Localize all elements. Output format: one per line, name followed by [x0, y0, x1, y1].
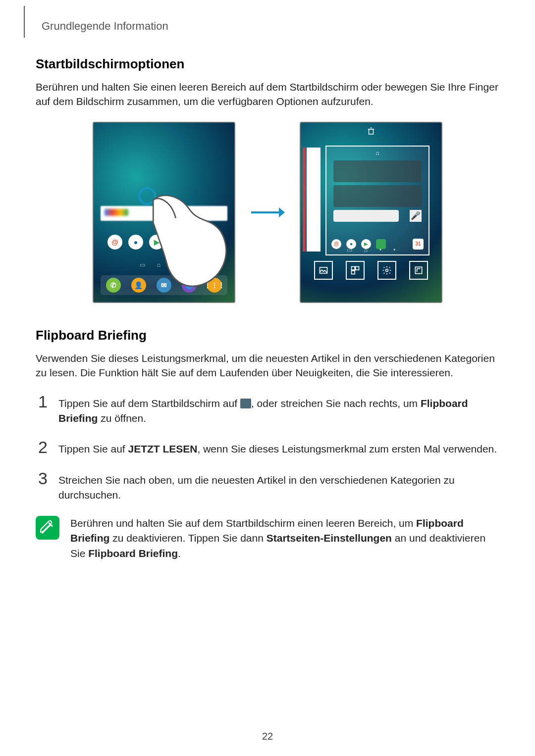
- phone-icon: ✆: [106, 278, 121, 293]
- svg-marker-1: [279, 207, 285, 217]
- step-number: 3: [36, 470, 48, 487]
- flipboard-icon: [409, 261, 428, 280]
- flipboard-panel: [307, 148, 321, 252]
- section-body-1: Berühren und halten Sie einen leeren Ber…: [36, 80, 499, 109]
- svg-rect-5: [356, 266, 359, 270]
- figure-row: @ ● ▶ ▭⌂•• ✆ 👤 ✉ 🌐 ⋮⋮⋮: [36, 122, 499, 303]
- flipboard-tile-icon: [240, 399, 251, 408]
- step-1: 1 Tippen Sie auf dem Startbildschirm auf…: [36, 393, 499, 426]
- svg-rect-8: [415, 267, 422, 273]
- nav-dots-right: ▭⌂••: [301, 247, 441, 254]
- svg-rect-4: [352, 266, 355, 270]
- step-3: 3 Streichen Sie nach oben, um die neuest…: [36, 470, 499, 503]
- page-number: 22: [0, 731, 535, 742]
- options-row: [308, 260, 434, 280]
- step-text: Tippen Sie auf JETZT LESEN, wenn Sie die…: [58, 439, 497, 456]
- svg-rect-2: [369, 129, 374, 134]
- arrow-right-icon: [250, 206, 285, 219]
- note-icon: [36, 516, 59, 540]
- phone-options-overlay: ⌂ 🎤 @ ● ▶ 31 ▭⌂••: [300, 122, 442, 303]
- home-indicator-icon: ⌂: [326, 150, 428, 156]
- breadcrumb: Grundlegende Information: [36, 20, 499, 33]
- widgets-icon: [346, 261, 365, 280]
- step-text: Tippen Sie auf dem Startbildschirm auf ,…: [58, 393, 499, 426]
- mic-icon: 🎤: [410, 210, 422, 222]
- home-screen-thumbnail: ⌂ 🎤 @ ● ▶ 31: [325, 146, 429, 255]
- svg-point-7: [386, 269, 388, 271]
- step-number: 1: [36, 393, 48, 410]
- email-icon: @: [107, 235, 122, 250]
- step-number: 2: [36, 439, 48, 455]
- finger-pointer-icon: [138, 187, 232, 205]
- svg-rect-6: [352, 271, 355, 274]
- camera-icon: ●: [128, 235, 143, 250]
- step-text: Streichen Sie nach oben, um die neuesten…: [58, 470, 499, 503]
- section-title-1: Startbildschirmoptionen: [36, 56, 499, 72]
- phone-home-screen: @ ● ▶ ▭⌂•• ✆ 👤 ✉ 🌐 ⋮⋮⋮: [93, 122, 235, 303]
- note-text: Berühren und halten Sie auf dem Startbil…: [70, 516, 499, 561]
- wallpapers-icon: [314, 261, 333, 280]
- section-title-2: Flipboard Briefing: [36, 328, 499, 343]
- manual-page: Grundlegende Information Startbildschirm…: [0, 0, 535, 756]
- settings-icon: [377, 261, 396, 280]
- trash-icon: [301, 127, 441, 137]
- step-2: 2 Tippen Sie auf JETZT LESEN, wenn Sie d…: [36, 439, 499, 456]
- note-box: Berühren und halten Sie auf dem Startbil…: [36, 516, 499, 561]
- section-body-2: Verwenden Sie dieses Leistungsmerkmal, u…: [36, 351, 499, 380]
